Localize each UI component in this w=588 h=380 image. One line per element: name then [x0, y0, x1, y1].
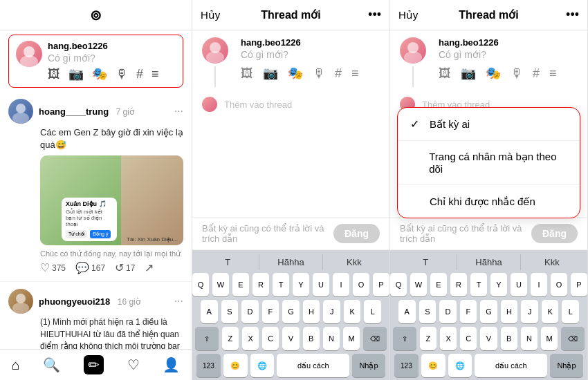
p3-key-space[interactable]: dấu cách [475, 354, 547, 377]
panel2-more-btn[interactable]: ••• [368, 8, 381, 22]
p3-key-k[interactable]: K [542, 300, 559, 323]
p3-suggest-t[interactable]: T [394, 254, 457, 270]
key-t[interactable]: T [273, 273, 289, 296]
panel3-cancel-btn[interactable]: Hủy [398, 9, 418, 21]
key-h[interactable]: H [303, 300, 320, 323]
list-icon[interactable]: ≡ [151, 67, 159, 82]
p3-key-a[interactable]: A [398, 300, 416, 323]
p3-key-p[interactable]: P [571, 273, 587, 296]
p3-key-j[interactable]: J [521, 300, 538, 323]
p3-key-v[interactable]: V [480, 327, 497, 350]
key-z[interactable]: Z [222, 327, 239, 350]
dropdown-item-following[interactable]: ✓ Trang cá nhân mà bạn theo dõi [398, 141, 580, 185]
p3-key-globe[interactable]: 🌐 [448, 354, 472, 377]
p3-key-q[interactable]: Q [390, 273, 407, 296]
suggest-hahha[interactable]: Hãhha [259, 254, 322, 270]
key-m[interactable]: M [343, 327, 360, 350]
p3-key-x[interactable]: X [440, 327, 457, 350]
p3-key-w[interactable]: W [410, 273, 427, 296]
repost-btn[interactable]: ↺17 [115, 261, 135, 274]
p3-key-c[interactable]: C [460, 327, 477, 350]
panel2-post-btn[interactable]: Đăng [333, 224, 380, 243]
key-o[interactable]: O [353, 273, 369, 296]
p3-camera-icon[interactable]: 📷 [461, 66, 476, 81]
key-e[interactable]: E [232, 273, 249, 296]
p3-key-y[interactable]: Y [490, 273, 507, 296]
key-l[interactable]: L [364, 300, 381, 323]
p2-hashtag-icon[interactable]: # [335, 66, 342, 81]
p3-image-icon[interactable]: 🖼 [439, 66, 451, 81]
key-emoji[interactable]: 😊 [223, 354, 248, 377]
like-btn[interactable]: ♡375 [40, 261, 66, 274]
p2-list-icon[interactable]: ≡ [351, 66, 359, 81]
p3-key-o[interactable]: O [551, 273, 567, 296]
p3-key-123[interactable]: 123 [394, 354, 419, 377]
key-shift[interactable]: ⇧ [195, 327, 219, 350]
p3-key-shift[interactable]: ⇧ [393, 327, 416, 350]
comment-btn[interactable]: 💬167 [75, 261, 105, 274]
panel2-audience-text[interactable]: Bất kỳ ai cũng có thể trả lời và trích d… [202, 223, 333, 244]
panel2-add-thread-text[interactable]: Thêm vào thread [224, 99, 292, 110]
search-icon[interactable]: 🔍 [43, 357, 60, 373]
key-q[interactable]: Q [192, 273, 209, 296]
p2-image-icon[interactable]: 🖼 [241, 66, 253, 81]
key-enter[interactable]: Nhập [352, 354, 385, 377]
p3-key-m[interactable]: M [541, 327, 558, 350]
mic-icon[interactable]: 🎙 [116, 67, 128, 82]
panel3-audience-text[interactable]: Bất kỳ ai cũng có thể trả lời và trích d… [400, 223, 531, 244]
key-w[interactable]: W [212, 273, 229, 296]
key-c[interactable]: C [262, 327, 279, 350]
p3-mic-icon[interactable]: 🎙 [511, 66, 523, 81]
key-k[interactable]: K [344, 300, 361, 323]
key-u[interactable]: U [313, 273, 329, 296]
p2-gif-icon[interactable]: 🎭 [288, 66, 303, 81]
p3-key-t[interactable]: T [470, 273, 487, 296]
key-backspace[interactable]: ⌫ [363, 327, 387, 350]
p3-key-l[interactable]: L [562, 300, 579, 323]
key-b[interactable]: B [303, 327, 320, 350]
p3-suggest-hahha[interactable]: Hãhha [457, 254, 520, 270]
compose-box[interactable]: hang.beo1226 Có gì mới? 🖼 📷 🎭 🎙 # ≡ [8, 35, 183, 88]
key-f[interactable]: F [262, 300, 279, 323]
p2-camera-icon[interactable]: 📷 [263, 66, 278, 81]
p3-gif-icon[interactable]: 🎭 [486, 66, 501, 81]
panel3-more-btn[interactable]: ••• [566, 8, 579, 22]
key-n[interactable]: N [323, 327, 340, 350]
key-s[interactable]: S [221, 300, 239, 323]
key-a[interactable]: A [201, 300, 218, 323]
p3-suggest-kkk[interactable]: Kkk [521, 254, 583, 270]
dropdown-item-mentioned[interactable]: ✓ Chỉ khi được nhắc đến [398, 185, 580, 218]
panel3-compose-placeholder[interactable]: Có gì mới? [439, 49, 578, 60]
p3-key-g[interactable]: G [480, 300, 497, 323]
p2-mic-icon[interactable]: 🎙 [313, 66, 325, 81]
share-btn[interactable]: ↗ [145, 261, 154, 274]
camera-icon[interactable]: 📷 [68, 66, 84, 82]
p3-key-s[interactable]: S [419, 300, 437, 323]
key-r[interactable]: R [252, 273, 269, 296]
p3-key-f[interactable]: F [460, 300, 477, 323]
panel2-compose-placeholder[interactable]: Có gì mới? [241, 49, 380, 60]
compose-placeholder[interactable]: Có gì mới? [48, 53, 176, 64]
key-p[interactable]: P [373, 273, 389, 296]
key-globe[interactable]: 🌐 [250, 354, 275, 377]
p3-key-b[interactable]: B [501, 327, 517, 350]
key-d[interactable]: D [241, 300, 259, 323]
p3-key-u[interactable]: U [511, 273, 527, 296]
suggest-t[interactable]: T [196, 254, 259, 270]
p3-hashtag-icon[interactable]: # [533, 66, 540, 81]
key-i[interactable]: I [333, 273, 349, 296]
p3-key-enter[interactable]: Nhập [550, 354, 583, 377]
panel3-post-btn[interactable]: Đăng [531, 224, 578, 243]
panel2-cancel-btn[interactable]: Hủy [201, 9, 220, 21]
key-space[interactable]: dấu cách [277, 354, 349, 377]
phuong-more-btn[interactable]: ··· [174, 295, 183, 307]
p3-list-icon[interactable]: ≡ [549, 66, 557, 81]
key-y[interactable]: Y [293, 273, 309, 296]
p3-key-z[interactable]: Z [420, 327, 437, 350]
p3-key-d[interactable]: D [439, 300, 457, 323]
p3-key-e[interactable]: E [430, 273, 447, 296]
p3-key-h[interactable]: H [501, 300, 518, 323]
p3-key-i[interactable]: I [531, 273, 547, 296]
post-more-btn[interactable]: ··· [174, 105, 183, 117]
p3-key-emoji[interactable]: 😊 [421, 354, 445, 377]
